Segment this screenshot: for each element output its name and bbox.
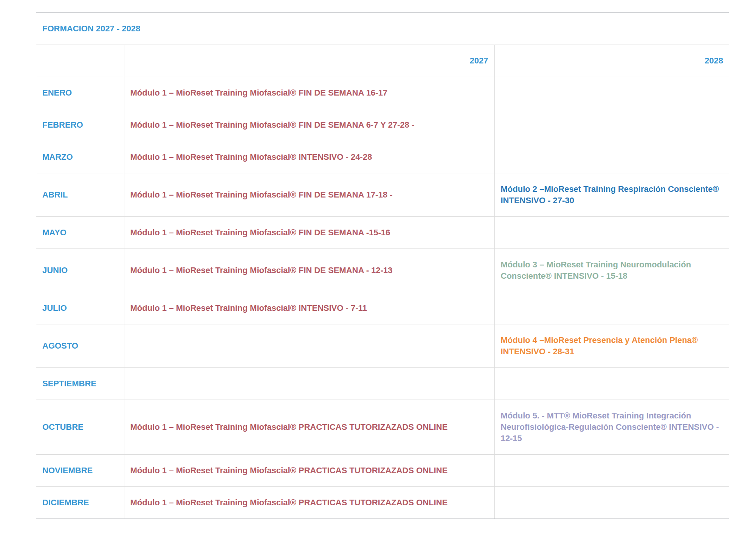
event-2027-septiembre [124, 368, 494, 400]
table-row-enero: ENERO Módulo 1 – MioReset Training Miofa… [36, 77, 729, 109]
table-row-diciembre: DICIEMBRE Módulo 1 – MioReset Training M… [36, 487, 729, 519]
year-header-row: 2027 2028 [36, 45, 729, 77]
month-enero: ENERO [36, 77, 124, 109]
year-header-2027: 2027 [124, 45, 494, 77]
event-2027-febrero: Módulo 1 – MioReset Training Miofascial®… [124, 109, 494, 141]
table-row-abril: ABRIL Módulo 1 – MioReset Training Miofa… [36, 173, 729, 217]
month-octubre: OCTUBRE [36, 400, 124, 455]
table-title: FORMACION 2027 - 2028 [36, 13, 729, 45]
event-2027-enero: Módulo 1 – MioReset Training Miofascial®… [124, 77, 494, 109]
month-noviembre: NOVIEMBRE [36, 455, 124, 487]
event-2028-febrero [494, 109, 729, 141]
month-agosto: AGOSTO [36, 324, 124, 368]
event-2028-agosto: Módulo 4 –MioReset Presencia y Atención … [494, 324, 729, 368]
month-junio: JUNIO [36, 249, 124, 292]
table-row-marzo: MARZO Módulo 1 – MioReset Training Miofa… [36, 141, 729, 173]
event-2027-octubre: Módulo 1 – MioReset Training Miofascial®… [124, 400, 494, 455]
header-spacer [36, 45, 124, 77]
event-2028-mayo [494, 217, 729, 249]
month-septiembre: SEPTIEMBRE [36, 368, 124, 400]
event-2028-octubre: Módulo 5. - MTT® MioReset Training Integ… [494, 400, 729, 455]
event-2028-enero [494, 77, 729, 109]
table-row-octubre: OCTUBRE Módulo 1 – MioReset Training Mio… [36, 400, 729, 455]
table-row-noviembre: NOVIEMBRE Módulo 1 – MioReset Training M… [36, 455, 729, 487]
table-row-septiembre: SEPTIEMBRE [36, 368, 729, 400]
year-header-2028: 2028 [494, 45, 729, 77]
month-mayo: MAYO [36, 217, 124, 249]
table-row-julio: JULIO Módulo 1 – MioReset Training Miofa… [36, 292, 729, 324]
event-2028-marzo [494, 141, 729, 173]
event-2028-junio: Módulo 3 – MioReset Training Neuromodula… [494, 249, 729, 292]
title-row: FORMACION 2027 - 2028 [36, 13, 729, 45]
event-2027-mayo: Módulo 1 – MioReset Training Miofascial®… [124, 217, 494, 249]
month-abril: ABRIL [36, 173, 124, 217]
table-row-mayo: MAYO Módulo 1 – MioReset Training Miofas… [36, 217, 729, 249]
table-row-agosto: AGOSTO Módulo 4 –MioReset Presencia y At… [36, 324, 729, 368]
event-2028-noviembre [494, 455, 729, 487]
event-2027-abril: Módulo 1 – MioReset Training Miofascial®… [124, 173, 494, 217]
event-2028-septiembre [494, 368, 729, 400]
event-2028-diciembre [494, 487, 729, 519]
month-diciembre: DICIEMBRE [36, 487, 124, 519]
month-marzo: MARZO [36, 141, 124, 173]
month-julio: JULIO [36, 292, 124, 324]
event-2028-julio [494, 292, 729, 324]
event-2027-agosto [124, 324, 494, 368]
formacion-schedule-table: FORMACION 2027 - 2028 2027 2028 ENERO Mó… [36, 12, 729, 519]
event-2027-junio: Módulo 1 – MioReset Training Miofascial®… [124, 249, 494, 292]
table-row-febrero: FEBRERO Módulo 1 – MioReset Training Mio… [36, 109, 729, 141]
event-2027-diciembre: Módulo 1 – MioReset Training Miofascial®… [124, 487, 494, 519]
table-row-junio: JUNIO Módulo 1 – MioReset Training Miofa… [36, 249, 729, 292]
month-febrero: FEBRERO [36, 109, 124, 141]
event-2027-marzo: Módulo 1 – MioReset Training Miofascial®… [124, 141, 494, 173]
event-2028-abril: Módulo 2 –MioReset Training Respiración … [494, 173, 729, 217]
event-2027-julio: Módulo 1 – MioReset Training Miofascial®… [124, 292, 494, 324]
event-2027-noviembre: Módulo 1 – MioReset Training Miofascial®… [124, 455, 494, 487]
